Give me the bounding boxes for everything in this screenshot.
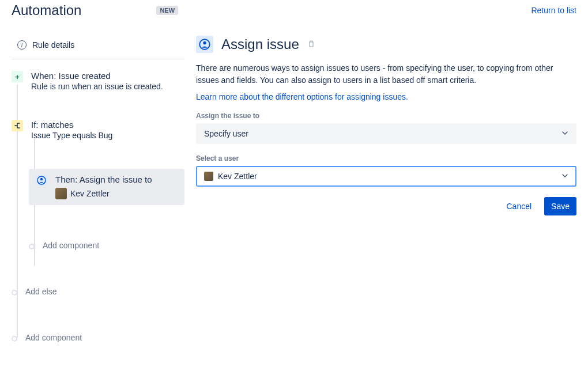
delete-icon[interactable]	[307, 40, 315, 50]
main-title: Assign issue	[221, 36, 299, 52]
trigger-step[interactable]: + When: Issue created Rule is run when a…	[12, 71, 184, 91]
circle-dot-icon	[29, 244, 35, 249]
rule-details-label: Rule details	[32, 40, 74, 50]
divider	[12, 59, 184, 59]
trigger-subtitle: Rule is run when an issue is created.	[31, 82, 184, 91]
user-avatar	[204, 172, 213, 181]
add-component-outer[interactable]: Add component	[12, 332, 184, 343]
assign-to-select[interactable]: Specify user	[196, 123, 576, 144]
svg-point-1	[40, 178, 43, 180]
assign-issue-icon	[196, 36, 213, 53]
circle-dot-icon	[12, 290, 17, 296]
condition-title: If: matches	[31, 120, 184, 130]
save-button[interactable]: Save	[544, 197, 576, 215]
plus-icon: +	[12, 71, 23, 82]
condition-step[interactable]: If: matches Issue Type equals Bug	[12, 120, 184, 140]
circle-dot-icon	[12, 336, 17, 342]
description-text: There are numerous ways to assign issues…	[196, 62, 576, 86]
chevron-down-icon	[561, 172, 568, 181]
assign-icon	[36, 175, 47, 186]
assign-to-label: Assign the issue to	[196, 112, 576, 120]
chevron-down-icon	[561, 129, 568, 138]
rule-details-link[interactable]: i Rule details	[12, 36, 184, 54]
user-avatar	[55, 188, 67, 199]
learn-more-link[interactable]: Learn more about the different options f…	[196, 92, 408, 101]
new-badge: NEW	[156, 6, 178, 15]
add-else[interactable]: Add else	[12, 286, 184, 297]
trigger-title: When: Issue created	[31, 71, 184, 81]
add-component-nested[interactable]: Add component	[29, 240, 184, 251]
select-user-value: Kev Zettler	[218, 172, 257, 181]
svg-point-3	[203, 41, 206, 45]
cancel-button[interactable]: Cancel	[499, 197, 538, 215]
action-title: Then: Assign the issue to	[55, 175, 178, 184]
condition-subtitle: Issue Type equals Bug	[31, 131, 184, 140]
info-icon: i	[17, 40, 27, 50]
action-step-selected[interactable]: Then: Assign the issue to Kev Zettler	[29, 169, 184, 205]
page-title: Automation	[12, 2, 81, 18]
select-user-field[interactable]: Kev Zettler	[196, 166, 576, 187]
assign-to-value: Specify user	[204, 129, 248, 138]
add-component-label: Add component	[43, 241, 99, 250]
add-component-label: Add component	[25, 333, 82, 342]
select-user-label: Select a user	[196, 154, 576, 162]
add-else-label: Add else	[25, 287, 56, 296]
action-user: Kev Zettler	[70, 189, 110, 198]
branch-icon	[12, 120, 23, 131]
return-to-list-link[interactable]: Return to list	[531, 6, 576, 15]
